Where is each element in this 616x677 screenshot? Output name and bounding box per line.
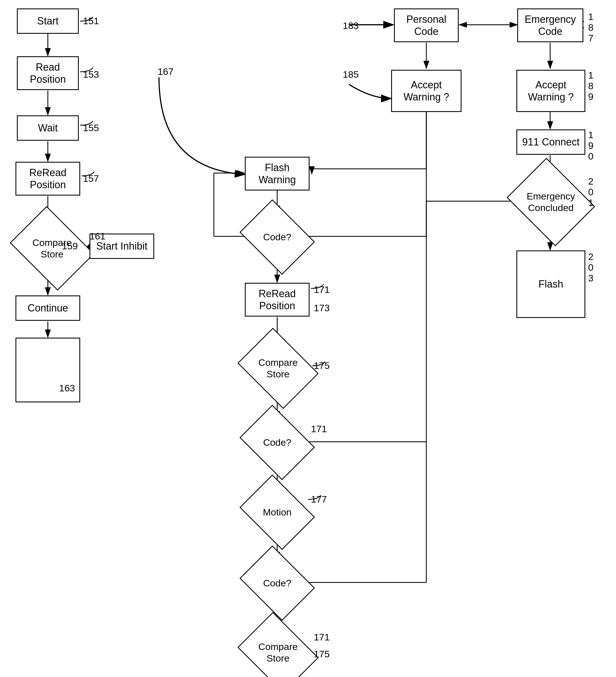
emergency-concluded-diamond: Emergency Concluded bbox=[516, 174, 585, 230]
label-187c: 7 bbox=[588, 33, 593, 44]
label-171b: 171 bbox=[311, 423, 327, 435]
label-157: 157 bbox=[83, 173, 99, 184]
label-190a: 1 bbox=[588, 129, 593, 140]
flowchart: Start Read Position Wait ReRead Position… bbox=[0, 0, 616, 677]
wait-box: Wait bbox=[17, 116, 79, 141]
connect-911-box: 911 Connect bbox=[516, 129, 585, 155]
label-203c: 3 bbox=[588, 273, 593, 284]
label-153: 153 bbox=[83, 69, 99, 80]
reread-position-2-box: ReRead Position bbox=[245, 283, 310, 317]
label-173: 173 bbox=[314, 303, 330, 313]
start-box: Start bbox=[17, 8, 79, 34]
label-155: 155 bbox=[83, 122, 99, 133]
code-2-diamond: Code? bbox=[247, 419, 307, 466]
accept-warning-1-box: Accept Warning ? bbox=[391, 70, 461, 112]
label-185: 185 bbox=[343, 69, 359, 80]
label-175a: 175 bbox=[314, 360, 330, 371]
label-187a: 1 bbox=[588, 11, 593, 22]
compare-store-3-diamond: Compare Store bbox=[246, 628, 310, 677]
label-190c: 0 bbox=[588, 151, 593, 162]
reread-position-1-box: ReRead Position bbox=[15, 162, 80, 195]
label-163: 163 bbox=[59, 383, 75, 394]
label-171c: 171 bbox=[314, 632, 330, 643]
label-190b: 9 bbox=[588, 140, 593, 151]
label-189b: 8 bbox=[588, 81, 593, 91]
label-187b: 8 bbox=[588, 22, 593, 33]
code-3-diamond: Code? bbox=[247, 560, 307, 606]
label-171a: 171 bbox=[314, 284, 330, 295]
motion-diamond: Motion bbox=[247, 489, 307, 536]
emergency-code-box: Emergency Code bbox=[517, 8, 583, 42]
accept-warning-2-box: Accept Warning ? bbox=[516, 70, 585, 112]
label-177: 177 bbox=[311, 494, 327, 505]
compare-store-2-diamond: Compare Store bbox=[246, 343, 310, 393]
label-183: 183 bbox=[343, 20, 359, 31]
flash-box: Flash bbox=[516, 251, 585, 318]
continue-box: Continue bbox=[15, 296, 80, 321]
label-201b: 0 bbox=[588, 187, 593, 197]
read-position-box: Read Position bbox=[17, 56, 79, 90]
label-161: 161 bbox=[89, 231, 105, 242]
label-189c: 9 bbox=[588, 91, 593, 102]
flash-warning-box: Flash Warning bbox=[245, 157, 310, 190]
label-151: 151 bbox=[83, 15, 99, 27]
personal-code-box: Personal Code bbox=[394, 8, 459, 42]
label-189a: 1 bbox=[588, 70, 593, 81]
label-201a: 2 bbox=[588, 176, 593, 187]
label-201c: 1 bbox=[588, 197, 593, 208]
label-175b: 175 bbox=[314, 648, 330, 660]
label-203b: 0 bbox=[588, 262, 593, 273]
label-203a: 2 bbox=[588, 251, 593, 262]
label-167: 167 bbox=[158, 66, 174, 77]
code-1-diamond: Code? bbox=[247, 214, 307, 260]
